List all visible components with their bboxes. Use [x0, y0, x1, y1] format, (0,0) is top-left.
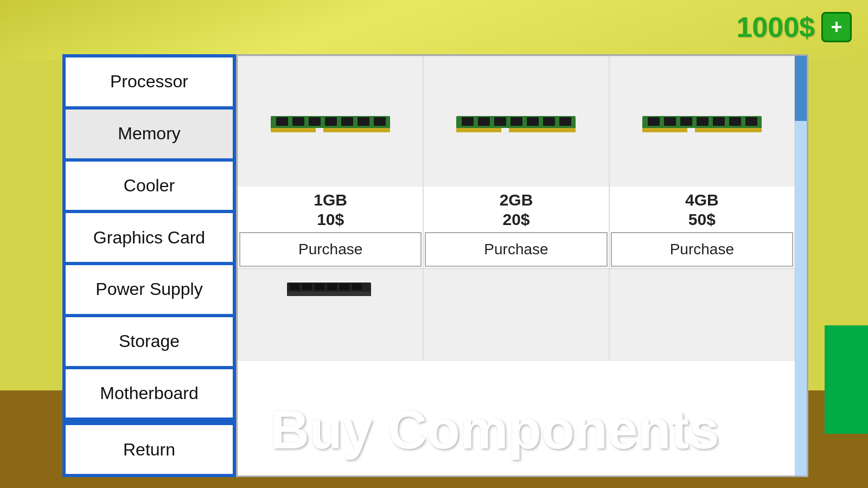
svg-rect-15 — [510, 117, 522, 126]
product-info-1gb: 1GB 10$ — [238, 187, 423, 231]
sidebar-item-power-supply[interactable]: Power Supply — [65, 264, 234, 315]
svg-rect-6 — [341, 117, 353, 126]
sidebar-item-graphics-card[interactable]: Graphics Card — [65, 212, 234, 263]
sidebar: Processor Memory Cooler Graphics Card Po… — [62, 54, 236, 477]
purchase-button-2gb[interactable]: Purchase — [425, 232, 607, 267]
svg-rect-7 — [358, 117, 369, 126]
product-size-4gb: 4GB — [615, 191, 789, 209]
sidebar-item-return[interactable]: Return — [65, 424, 234, 475]
svg-rect-32 — [290, 284, 299, 290]
money-amount: 1000$ — [736, 11, 815, 43]
svg-rect-16 — [527, 117, 539, 126]
ram-image-1gb — [268, 105, 393, 138]
svg-rect-13 — [478, 117, 490, 126]
buy-components-title: Buy Components — [270, 399, 719, 461]
svg-rect-31 — [287, 292, 371, 296]
product-card-4gb: 4GB 50$ Purchase — [609, 56, 795, 268]
svg-rect-1 — [271, 128, 390, 132]
purchase-button-4gb[interactable]: Purchase — [611, 232, 793, 267]
sidebar-divider — [65, 420, 234, 423]
svg-rect-37 — [352, 284, 362, 290]
svg-rect-27 — [729, 117, 741, 126]
svg-rect-28 — [745, 117, 757, 126]
svg-rect-36 — [340, 284, 349, 290]
scrollbar-track[interactable] — [795, 56, 807, 476]
sidebar-item-processor[interactable]: Processor — [65, 56, 234, 107]
product-image-1gb — [238, 56, 423, 187]
scrollbar-thumb[interactable] — [795, 56, 807, 121]
product-card-2gb: 2GB 20$ Purchase — [423, 56, 609, 268]
svg-rect-3 — [292, 117, 304, 126]
sidebar-item-motherboard[interactable]: Motherboard — [65, 368, 234, 419]
svg-rect-25 — [697, 117, 709, 126]
svg-rect-11 — [456, 128, 576, 132]
sidebar-item-cooler[interactable]: Cooler — [65, 160, 234, 211]
svg-rect-26 — [713, 117, 725, 126]
product-image-2gb — [424, 56, 608, 187]
product-price-2gb: 20$ — [429, 210, 603, 229]
product-price-1gb: 10$ — [244, 210, 417, 229]
ram-image-4gb — [640, 105, 764, 138]
svg-rect-24 — [680, 117, 692, 126]
product-info-4gb: 4GB 50$ — [610, 187, 794, 231]
product-info-2gb: 2GB 20$ — [424, 187, 608, 231]
ram-partial-1 — [287, 280, 374, 301]
product-card-partial-2 — [423, 268, 609, 361]
svg-rect-5 — [325, 117, 337, 126]
buy-components-overlay: Buy Components — [238, 383, 807, 476]
product-size-2gb: 2GB — [429, 191, 603, 209]
svg-rect-2 — [276, 117, 288, 126]
main-panel: Processor Memory Cooler Graphics Card Po… — [62, 54, 808, 477]
sidebar-item-storage[interactable]: Storage — [65, 316, 234, 367]
purchase-button-1gb[interactable]: Purchase — [239, 232, 422, 267]
svg-rect-12 — [462, 117, 474, 126]
sidebar-item-memory[interactable]: Memory — [65, 108, 234, 159]
svg-rect-29 — [687, 128, 695, 132]
product-card-partial-1 — [238, 268, 423, 361]
product-card-1gb: 1GB 10$ Purchase — [238, 56, 423, 268]
products-grid-row1: 1GB 10$ Purchase — [238, 56, 795, 268]
ram-image-2gb — [454, 105, 578, 138]
svg-rect-35 — [327, 284, 337, 290]
product-price-4gb: 50$ — [615, 210, 789, 229]
svg-rect-14 — [494, 117, 506, 126]
products-grid-row2 — [238, 268, 795, 361]
svg-rect-34 — [315, 284, 324, 290]
add-money-button[interactable]: + — [821, 12, 852, 42]
product-image-4gb — [610, 56, 794, 187]
svg-rect-33 — [302, 284, 312, 290]
svg-rect-8 — [374, 117, 386, 126]
svg-rect-4 — [309, 117, 321, 126]
svg-rect-19 — [501, 128, 509, 132]
svg-rect-21 — [642, 128, 762, 132]
content-area: 1GB 10$ Purchase — [236, 54, 808, 477]
money-display: 1000$ + — [736, 11, 852, 43]
svg-rect-23 — [664, 117, 676, 126]
svg-rect-9 — [316, 128, 323, 132]
product-card-partial-3 — [609, 268, 795, 361]
svg-rect-22 — [648, 117, 660, 126]
product-size-1gb: 1GB — [244, 191, 417, 209]
green-box-decoration — [825, 325, 868, 434]
svg-rect-18 — [559, 117, 571, 126]
svg-rect-17 — [543, 117, 555, 126]
